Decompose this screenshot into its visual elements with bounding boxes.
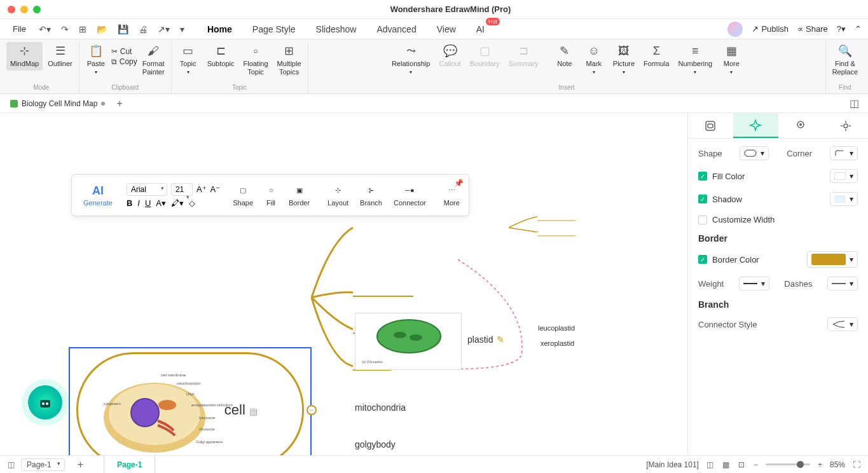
note-indicator-icon[interactable]: ▤ (249, 406, 258, 416)
undo-button[interactable]: ↶▾ (35, 22, 55, 37)
collapse-handle[interactable]: − (307, 405, 317, 415)
decrease-font-button[interactable]: A⁻ (210, 184, 221, 194)
customize-width-checkbox[interactable]: ✓ (698, 216, 707, 224)
floating-topic-button[interactable]: ▫Floating Topic (239, 42, 272, 79)
copy-button[interactable]: ⧉Copy (111, 57, 137, 66)
help-button[interactable]: ?▾ (837, 24, 846, 34)
node-xeroplastid[interactable]: xeroplastid (541, 339, 574, 347)
underline-button[interactable]: U (145, 198, 151, 208)
add-tab-button[interactable]: + (111, 95, 127, 112)
maximize-icon[interactable] (33, 6, 41, 13)
canvas[interactable]: (a) Chloroplast plastid✎ mitochondria go… (0, 113, 687, 455)
panel-tab-page[interactable] (688, 113, 733, 138)
node-golgybody[interactable]: golgybody (355, 439, 396, 449)
mark-button[interactable]: ☺Mark▾ (580, 42, 608, 78)
italic-button[interactable]: I (137, 198, 140, 208)
fullscreen-icon[interactable]: ⛶ (851, 460, 862, 469)
ai-assistant-fab[interactable] (28, 385, 62, 420)
plastid-image[interactable]: (a) Chloroplast (355, 313, 462, 370)
fill-color-combo[interactable]: ▾ (830, 169, 858, 183)
shadow-combo[interactable]: ▾ (830, 192, 858, 206)
shadow-checkbox[interactable]: ✓ (698, 195, 707, 203)
increase-font-button[interactable]: A⁺ (196, 184, 207, 194)
new-button[interactable]: ⊞ (75, 22, 90, 37)
pin-icon[interactable]: 📌 (454, 179, 464, 188)
more-insert-button[interactable]: ▦More▾ (717, 42, 745, 78)
tab-ai[interactable]: AIHot (466, 20, 495, 38)
paste-button[interactable]: 📋Paste▾ (82, 42, 110, 78)
border-color-checkbox[interactable]: ✓ (698, 255, 707, 264)
share-button[interactable]: ∝Share (797, 24, 828, 34)
bold-button[interactable]: B (127, 198, 132, 208)
shape-combo[interactable]: ▾ (740, 146, 769, 160)
connector-style-combo[interactable]: ▾ (827, 317, 858, 331)
mindmap-button[interactable]: ⊹MindMap (6, 42, 43, 71)
view-mode-2-icon[interactable]: ▦ (721, 460, 731, 469)
ai-generate-button[interactable]: AI Generate (77, 184, 119, 207)
avatar[interactable] (727, 22, 743, 37)
pages-icon[interactable]: ◫ (6, 460, 16, 469)
tab-advanced[interactable]: Advanced (366, 20, 426, 38)
multiple-topics-button[interactable]: ⊞Multiple Topics (273, 42, 305, 79)
panel-tab-map[interactable] (778, 113, 823, 138)
dashes-combo[interactable]: ▾ (827, 277, 858, 291)
branch-tool[interactable]: ⊱Branch (355, 184, 387, 207)
border-color-combo[interactable]: ▾ (807, 251, 858, 268)
view-mode-1-icon[interactable]: ◫ (705, 460, 715, 469)
shape-tool[interactable]: ▢Shape (228, 184, 258, 207)
node-leucoplastid[interactable]: leucoplastid (538, 324, 575, 332)
highlight-button[interactable]: 🖍▾ (171, 198, 184, 208)
fill-color-checkbox[interactable]: ✓ (698, 172, 707, 181)
weight-combo[interactable]: ▾ (739, 277, 769, 291)
font-family-select[interactable]: Arial (127, 183, 167, 196)
node-cell-selected[interactable]: cell membrane cytoplasm mitochondrion DN… (69, 347, 312, 473)
open-button[interactable]: 📂 (93, 22, 111, 37)
connector-tool[interactable]: ─●Connector (389, 184, 431, 207)
fill-tool[interactable]: ○Fill (259, 184, 282, 207)
font-size-select[interactable]: 21 (171, 183, 193, 196)
border-tool[interactable]: ▣Border (284, 184, 315, 207)
panel-tab-settings[interactable] (823, 113, 868, 138)
export-button[interactable]: ↗▾ (154, 22, 174, 37)
picture-button[interactable]: 🖼Picture▾ (609, 42, 638, 78)
zoom-slider[interactable] (766, 463, 810, 465)
redo-button[interactable]: ↷ (57, 22, 72, 37)
corner-combo[interactable]: ▾ (830, 146, 858, 160)
publish-button[interactable]: ↗Publish (752, 24, 789, 34)
find-replace-button[interactable]: 🔍Find & Replace (829, 42, 862, 79)
tab-page-style[interactable]: Page Style (242, 20, 306, 38)
panel-tab-style[interactable] (733, 113, 778, 138)
zoom-in-button[interactable]: + (816, 460, 823, 469)
zoom-out-button[interactable]: − (752, 460, 759, 469)
subtopic-button[interactable]: ⊏Subtopic (203, 42, 238, 71)
tab-home[interactable]: Home (197, 20, 242, 38)
layout-tool[interactable]: ⊹Layout (322, 184, 354, 207)
save-button[interactable]: 💾 (114, 22, 132, 37)
numbering-button[interactable]: ≡Numbering▾ (674, 42, 716, 78)
edit-icon[interactable]: ✎ (497, 334, 504, 345)
collapse-ribbon-button[interactable]: ⌃ (855, 24, 862, 34)
minimize-icon[interactable] (20, 6, 28, 13)
file-menu[interactable]: File (6, 22, 32, 36)
print-button[interactable]: 🖨 (135, 22, 151, 37)
page-tab-active[interactable]: Page-1 (104, 456, 155, 473)
page-select[interactable]: Page-1 (21, 458, 65, 471)
topic-button[interactable]: ▭Topic▾ (174, 42, 202, 78)
node-plastid[interactable]: plastid✎ (467, 334, 504, 345)
document-tab[interactable]: Biology Cell Mind Map (4, 97, 111, 111)
font-color-button[interactable]: A▾ (156, 198, 166, 208)
more-button[interactable]: ▾ (176, 22, 188, 37)
close-icon[interactable] (8, 6, 15, 13)
clear-format-button[interactable]: ◇ (189, 198, 195, 208)
tab-slideshow[interactable]: Slideshow (306, 20, 367, 38)
relationship-button[interactable]: ⤳Relationship▾ (388, 42, 434, 78)
format-painter-button[interactable]: 🖌Format Painter (139, 42, 169, 79)
cut-button[interactable]: ✂Cut (111, 47, 137, 56)
panel-toggle-button[interactable]: ◫ (844, 95, 864, 112)
tab-view[interactable]: View (427, 20, 466, 38)
formula-button[interactable]: ΣFormula (640, 42, 673, 71)
note-button[interactable]: ✎Note (551, 42, 579, 71)
node-mitochondria[interactable]: mitochondria (355, 402, 406, 413)
fit-icon[interactable]: ⊡ (737, 460, 746, 469)
add-page-button[interactable]: + (70, 459, 91, 470)
